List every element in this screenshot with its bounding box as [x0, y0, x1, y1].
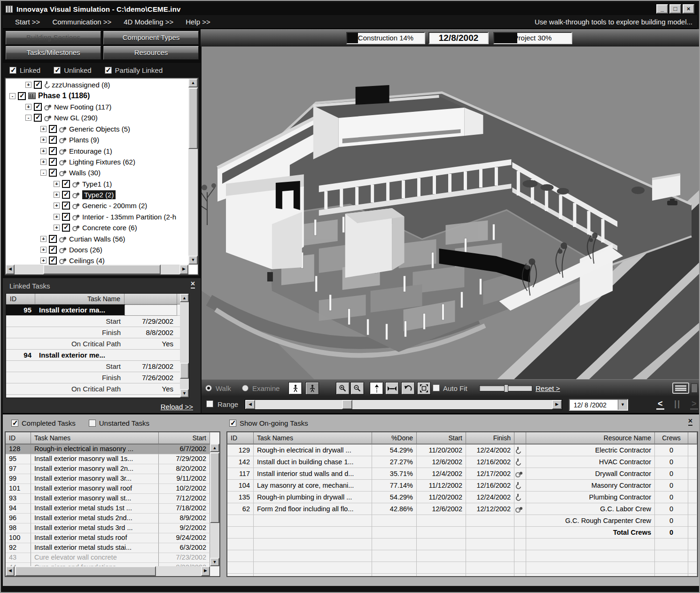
tree-horizontal-scrollbar[interactable]: ◀ ▶	[6, 265, 188, 274]
3d-model-viewport[interactable]	[202, 47, 699, 379]
building-sections-button[interactable]: Building Sections	[6, 31, 101, 45]
expander-icon[interactable]: -	[40, 170, 47, 176]
scroll-thumb[interactable]	[188, 88, 198, 149]
expander-icon[interactable]: +	[40, 126, 47, 132]
tree-item[interactable]: +Curtian Walls (56)	[6, 233, 188, 244]
minimize-button[interactable]: _	[656, 4, 668, 14]
table-row[interactable]: 142Install duct in building chase 1...27…	[227, 456, 697, 468]
expander-icon[interactable]: +	[25, 104, 31, 110]
tree-checkbox[interactable]	[49, 136, 57, 144]
table-row[interactable]: On Critical Path Yes	[6, 338, 189, 350]
table-row-total[interactable]: Total Crews0	[227, 527, 697, 538]
tree-item[interactable]: +Ceilings (4)	[6, 255, 188, 265]
scroll-left-icon[interactable]: ◀	[6, 265, 15, 274]
side-toggle-icon[interactable]	[691, 383, 698, 393]
eye-level-button[interactable]	[385, 382, 399, 395]
tree-checkbox[interactable]	[18, 92, 26, 100]
table-row[interactable]: 43Cure elevator wall concrete7/23/2002	[6, 553, 219, 563]
table-row[interactable]: Finish 8/8/2002	[6, 327, 189, 338]
tree-checkbox[interactable]	[49, 125, 57, 133]
tree-checkbox[interactable]	[49, 169, 57, 177]
table-row[interactable]: 135Rough-in plumbing in drywall ...54.29…	[227, 492, 697, 503]
left-table-horizontal-scrollbar[interactable]: ◀ ▶	[6, 566, 210, 576]
expander-icon[interactable]: -	[9, 93, 16, 99]
scroll-down-icon[interactable]: ▼	[180, 389, 189, 398]
table-row[interactable]: 62Form 2nd floor including all flo...42.…	[227, 503, 697, 515]
table-row[interactable]: 99Install exterior masonry wall 3r...9/1…	[6, 474, 219, 484]
column-header-id[interactable]: ID	[6, 294, 35, 304]
zoom-in-button[interactable]	[336, 382, 350, 395]
zoom-fit-button[interactable]	[417, 382, 431, 395]
expander-icon[interactable]: +	[54, 214, 60, 220]
tree-item[interactable]: -Phase 1 (1186)	[6, 90, 188, 101]
tree-item-selected[interactable]: +Type2 (2)	[6, 189, 188, 200]
expander-icon[interactable]: +	[25, 82, 31, 88]
tree-item[interactable]: +zzzUnassigned (8)	[6, 79, 188, 90]
walk-mode-button[interactable]	[288, 382, 302, 395]
menu-start[interactable]: Start >>	[15, 18, 40, 26]
table-row[interactable]: 128Rough-in electrical in masonry ...6/7…	[6, 445, 219, 454]
scroll-right-icon[interactable]: ▶	[201, 566, 210, 576]
column-header-finish[interactable]: Finish	[466, 432, 514, 445]
column-header-link-icon[interactable]	[514, 432, 526, 445]
show-ongoing-checkbox[interactable]	[229, 420, 236, 427]
chevron-down-icon[interactable]: ▼	[618, 400, 627, 410]
column-header-start[interactable]: Start	[417, 432, 466, 445]
expander-icon[interactable]: +	[54, 181, 60, 187]
column-header-crews[interactable]: Crews	[655, 432, 688, 445]
walk-radio[interactable]	[205, 385, 212, 391]
scroll-up-icon[interactable]: ▲	[180, 294, 189, 302]
tree-item[interactable]: +Entourage (1)	[6, 145, 188, 156]
table-row[interactable]: Start 7/18/2002	[6, 361, 189, 372]
tree-item[interactable]: +New Footing (117)	[6, 101, 188, 112]
resources-button[interactable]: Resources	[103, 46, 199, 60]
column-header-task-names[interactable]: Task Names	[254, 432, 372, 445]
scroll-down-icon[interactable]: ▼	[210, 558, 219, 566]
tree-vertical-scrollbar[interactable]: ▲ ▼	[188, 78, 198, 265]
scroll-right-icon[interactable]: ▶	[179, 265, 188, 274]
tree-checkbox[interactable]	[62, 191, 70, 199]
auto-fit-checkbox[interactable]	[433, 384, 440, 391]
tree-checkbox[interactable]	[34, 103, 42, 111]
scroll-left-icon[interactable]: ◀	[245, 400, 255, 409]
tree-checkbox[interactable]	[34, 114, 42, 122]
tree-item[interactable]: +Doors (26)	[6, 244, 188, 255]
expander-icon[interactable]: +	[54, 203, 60, 209]
table-row[interactable]: 92Install exterior metal studs stai...6/…	[6, 543, 219, 553]
column-header-done[interactable]: %Done	[372, 432, 417, 445]
close-button[interactable]: ×	[683, 4, 694, 14]
scroll-thumb[interactable]	[342, 400, 352, 409]
table-row[interactable]: 101Install exterior masonry wall roof10/…	[6, 484, 219, 494]
expander-icon[interactable]: +	[54, 225, 60, 231]
step-forward-button[interactable]: >	[690, 399, 698, 410]
table-row[interactable]: Finish 7/26/2002	[6, 372, 189, 383]
left-table-vertical-scrollbar[interactable]: ▲ ▼	[210, 444, 219, 566]
unstarted-tasks-checkbox[interactable]	[89, 420, 96, 427]
tree-checkbox[interactable]	[49, 235, 57, 243]
unlinked-checkbox[interactable]	[54, 67, 61, 74]
tree-item[interactable]: +Interior - 135mm Partition (2-h	[6, 211, 188, 222]
layers-icon[interactable]	[672, 382, 689, 394]
scroll-left-icon[interactable]: ◀	[6, 566, 15, 576]
table-row[interactable]: On Critical Path Yes	[6, 383, 189, 395]
scroll-up-icon[interactable]: ▲	[210, 444, 219, 452]
move-up-button[interactable]	[370, 382, 383, 395]
table-row[interactable]: 96Install exterior metal studs 2nd...8/9…	[6, 514, 219, 523]
zoom-out-button[interactable]	[350, 382, 364, 395]
maximize-button[interactable]: □	[669, 4, 681, 14]
expander-icon[interactable]: +	[40, 159, 47, 165]
tree-item[interactable]: -Walls (30)	[6, 167, 188, 178]
timeline-scrollbar[interactable]: ◀ ▶	[245, 399, 562, 410]
table-row[interactable]: 95Install exterior masonry wall 1s...7/2…	[6, 454, 219, 464]
scroll-thumb[interactable]	[210, 453, 219, 523]
tree-item[interactable]: +Lighting Fixtures (62)	[6, 156, 188, 167]
reset-link[interactable]: Reset >	[536, 384, 560, 392]
speed-slider[interactable]	[479, 385, 532, 391]
table-row[interactable]: 104Lay masonry at core, mechani...77.14%…	[227, 480, 697, 492]
column-header-task-names[interactable]: Task Names	[31, 432, 159, 445]
table-row[interactable]: 98Install exterior metal studs 3rd ...9/…	[6, 523, 219, 533]
tree-checkbox[interactable]	[49, 246, 57, 254]
table-row[interactable]: 94 Install exterior me...	[6, 350, 189, 361]
table-row[interactable]: 94Install exterior metal studs 1st ...7/…	[6, 504, 219, 514]
date-dropdown[interactable]: 12/ 8 /2002 ▼	[569, 399, 628, 411]
